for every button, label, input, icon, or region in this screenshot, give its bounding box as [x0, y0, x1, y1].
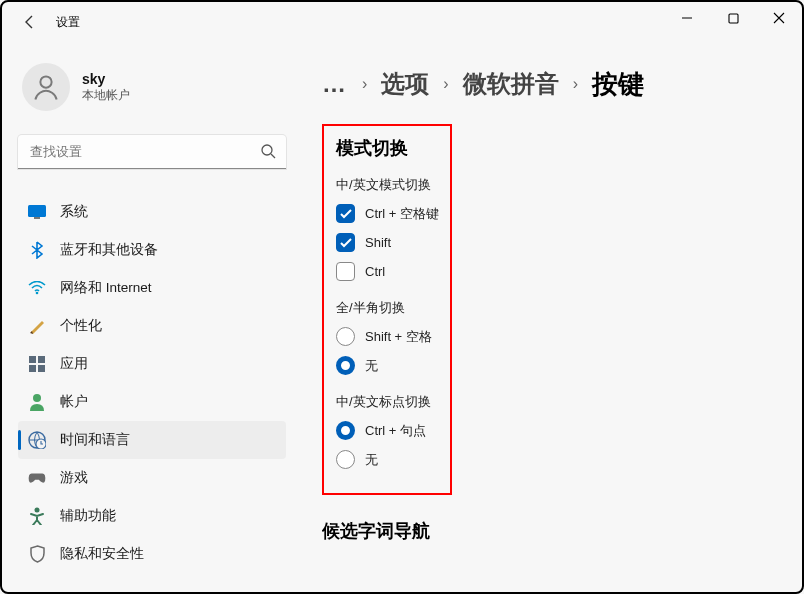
option-label: 无 [365, 451, 378, 469]
nav-item-personalization[interactable]: 个性化 [18, 307, 286, 345]
system-icon [28, 203, 46, 221]
user-profile[interactable]: sky 本地帐户 [18, 57, 286, 117]
breadcrumb-item-options[interactable]: 选项 [381, 68, 429, 100]
group-label-punctuation: 中/英文标点切换 [336, 393, 438, 411]
breadcrumb-ellipsis[interactable]: … [322, 70, 348, 98]
main-content: … › 选项 › 微软拼音 › 按键 模式切换 中/英文模式切换 Ctrl + … [322, 62, 786, 592]
section-title-candidate: 候选字词导航 [322, 519, 786, 543]
accessibility-icon [28, 507, 46, 525]
nav-label: 系统 [60, 203, 88, 221]
svg-point-2 [40, 76, 51, 87]
nav-item-accessibility[interactable]: 辅助功能 [18, 497, 286, 535]
radio-icon [336, 421, 355, 440]
group-label-full-half: 全/半角切换 [336, 299, 438, 317]
radio-none-fullhalf[interactable]: 无 [336, 356, 438, 375]
sidebar: sky 本地帐户 系统 蓝牙和其他设备 网络和 Internet 个性化 应用 [2, 57, 302, 573]
highlighted-section: 模式切换 中/英文模式切换 Ctrl + 空格键 Shift Ctrl 全/半角… [322, 124, 452, 495]
option-label: Ctrl + 句点 [365, 422, 426, 440]
breadcrumb: … › 选项 › 微软拼音 › 按键 [322, 62, 786, 106]
person-icon [28, 393, 46, 411]
search-input[interactable] [18, 135, 286, 169]
radio-ctrl-period[interactable]: Ctrl + 句点 [336, 421, 438, 440]
option-label: Shift + 空格 [365, 328, 432, 346]
svg-rect-10 [29, 365, 36, 372]
radio-none-punct[interactable]: 无 [336, 450, 438, 469]
gamepad-icon [28, 469, 46, 487]
nav-label: 个性化 [60, 317, 102, 335]
svg-point-15 [35, 508, 40, 513]
group-label-cn-en-mode: 中/英文模式切换 [336, 176, 438, 194]
svg-rect-11 [38, 365, 45, 372]
minimize-button[interactable] [664, 2, 710, 34]
nav-item-privacy[interactable]: 隐私和安全性 [18, 535, 286, 573]
back-button[interactable] [22, 14, 38, 30]
chevron-right-icon: › [362, 75, 367, 93]
nav-label: 游戏 [60, 469, 88, 487]
window-controls [664, 2, 802, 34]
nav-label: 应用 [60, 355, 88, 373]
breadcrumb-item-pinyin[interactable]: 微软拼音 [463, 68, 559, 100]
search-container [18, 135, 286, 169]
nav-item-time-language[interactable]: 时间和语言 [18, 421, 286, 459]
user-name: sky [82, 71, 130, 87]
chevron-right-icon: › [443, 75, 448, 93]
nav-label: 隐私和安全性 [60, 545, 144, 563]
globe-clock-icon [28, 431, 46, 449]
radio-icon [336, 327, 355, 346]
checkbox-ctrl[interactable]: Ctrl [336, 262, 438, 281]
chevron-right-icon: › [573, 75, 578, 93]
option-label: 无 [365, 357, 378, 375]
option-label: Ctrl + 空格键 [365, 205, 439, 223]
svg-point-12 [33, 394, 41, 402]
user-subtitle: 本地帐户 [82, 87, 130, 104]
nav-item-bluetooth[interactable]: 蓝牙和其他设备 [18, 231, 286, 269]
avatar [22, 63, 70, 111]
nav-label: 时间和语言 [60, 431, 130, 449]
nav-label: 蓝牙和其他设备 [60, 241, 158, 259]
svg-rect-9 [38, 356, 45, 363]
close-button[interactable] [756, 2, 802, 34]
nav-label: 网络和 Internet [60, 279, 152, 297]
option-label: Ctrl [365, 264, 385, 279]
radio-shift-space[interactable]: Shift + 空格 [336, 327, 438, 346]
user-text: sky 本地帐户 [82, 71, 130, 104]
window-title: 设置 [56, 14, 80, 31]
option-label: Shift [365, 235, 391, 250]
apps-icon [28, 355, 46, 373]
checkbox-icon [336, 233, 355, 252]
checkbox-icon [336, 204, 355, 223]
nav-item-system[interactable]: 系统 [18, 193, 286, 231]
nav-list: 系统 蓝牙和其他设备 网络和 Internet 个性化 应用 帐户 时间和语言 [18, 193, 286, 573]
checkbox-icon [336, 262, 355, 281]
svg-rect-6 [34, 217, 40, 219]
nav-label: 辅助功能 [60, 507, 116, 525]
nav-item-network[interactable]: 网络和 Internet [18, 269, 286, 307]
brush-icon [28, 317, 46, 335]
wifi-icon [28, 279, 46, 297]
nav-item-apps[interactable]: 应用 [18, 345, 286, 383]
checkbox-shift[interactable]: Shift [336, 233, 438, 252]
svg-rect-1 [729, 14, 738, 23]
nav-item-accounts[interactable]: 帐户 [18, 383, 286, 421]
svg-rect-5 [28, 205, 46, 217]
nav-item-gaming[interactable]: 游戏 [18, 459, 286, 497]
svg-rect-8 [29, 356, 36, 363]
checkbox-ctrl-space[interactable]: Ctrl + 空格键 [336, 204, 438, 223]
radio-icon [336, 450, 355, 469]
breadcrumb-item-keys: 按键 [592, 67, 644, 102]
radio-icon [336, 356, 355, 375]
shield-icon [28, 545, 46, 563]
nav-label: 帐户 [60, 393, 88, 411]
svg-point-7 [36, 292, 39, 295]
bluetooth-icon [28, 241, 46, 259]
section-title-mode-switch: 模式切换 [336, 136, 438, 160]
maximize-button[interactable] [710, 2, 756, 34]
